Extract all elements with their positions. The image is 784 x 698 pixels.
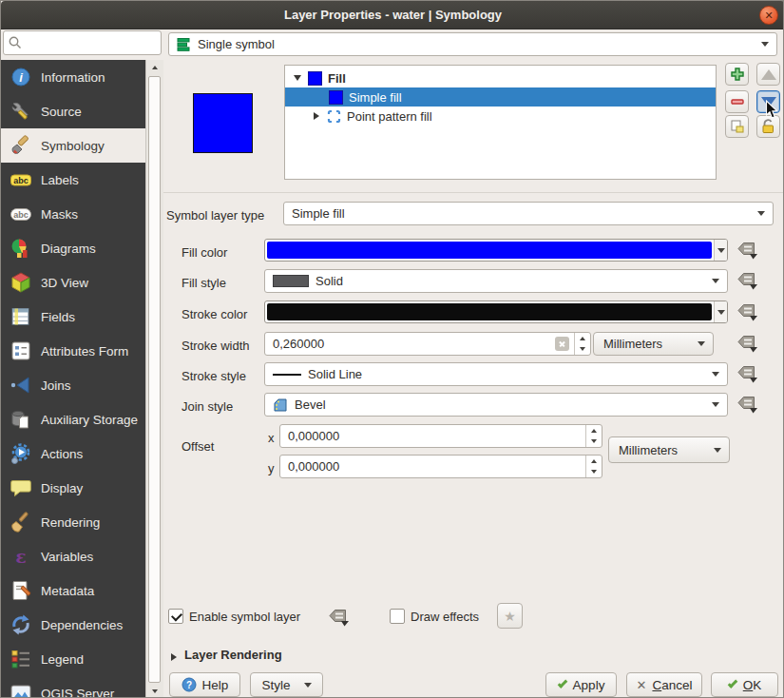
clear-value-icon[interactable] bbox=[555, 337, 569, 351]
scroll-down-button[interactable] bbox=[146, 684, 163, 698]
bevel-join-icon bbox=[273, 397, 288, 413]
paintbrush-icon bbox=[10, 134, 32, 157]
sidebar-item-diagrams[interactable]: Diagrams bbox=[1, 231, 145, 265]
offset-y-input[interactable]: 0,000000 bbox=[279, 455, 602, 478]
help-button[interactable]: ? Help bbox=[169, 672, 240, 697]
search-icon bbox=[8, 35, 23, 50]
apply-button[interactable]: Apply bbox=[545, 672, 617, 697]
symbol-preview bbox=[193, 93, 253, 153]
draw-effects-label: Draw effects bbox=[411, 610, 479, 624]
offset-y-label: y bbox=[268, 461, 275, 475]
fill-color-button[interactable] bbox=[264, 239, 728, 262]
stroke-width-input[interactable]: 0,260000 bbox=[264, 332, 591, 356]
stroke-width-unit-combo[interactable]: Millimeters bbox=[593, 332, 714, 356]
sidebar-item-actions[interactable]: Actions bbox=[1, 436, 145, 471]
layer-rendering-header[interactable]: Layer Rendering bbox=[184, 648, 282, 662]
tree-item-simple-fill[interactable]: Simple fill bbox=[285, 87, 716, 107]
mouse-cursor bbox=[765, 100, 778, 120]
style-button[interactable]: Style bbox=[250, 672, 323, 697]
remove-symbol-layer-button[interactable] bbox=[725, 90, 749, 113]
sidebar-item-labels[interactable]: abc Labels bbox=[1, 163, 145, 197]
chevron-down-icon bbox=[757, 211, 765, 216]
stroke-style-override-button[interactable] bbox=[736, 364, 758, 383]
symbol-layer-type-combo[interactable]: Simple fill bbox=[283, 202, 774, 225]
legend-list-icon bbox=[10, 648, 32, 670]
sidebar-item-variables[interactable]: ε Variables bbox=[1, 539, 145, 573]
move-up-button bbox=[756, 63, 780, 86]
sidebar-item-display[interactable]: Display bbox=[1, 471, 145, 505]
expand-caret-icon[interactable] bbox=[293, 75, 302, 81]
offset-x-input[interactable]: 0,000000 bbox=[279, 424, 602, 448]
form-icon bbox=[10, 339, 32, 362]
enable-layer-override-button[interactable] bbox=[327, 608, 350, 627]
add-symbol-layer-button[interactable] bbox=[725, 63, 749, 86]
stroke-color-label: Stroke color bbox=[182, 307, 247, 321]
stroke-color-override-button[interactable] bbox=[736, 302, 758, 321]
sidebar-item-joins[interactable]: Joins bbox=[1, 368, 145, 402]
solid-line-swatch bbox=[273, 374, 301, 376]
sidebar-item-metadata[interactable]: Metadata bbox=[1, 573, 145, 608]
stroke-width-override-button[interactable] bbox=[736, 334, 758, 353]
fill-color-dropdown[interactable] bbox=[714, 240, 727, 261]
duplicate-icon bbox=[730, 119, 745, 134]
symbology-panel: Fill Simple fill Point pattern fill bbox=[163, 60, 784, 698]
sidebar-item-rendering[interactable]: Rendering bbox=[1, 505, 145, 539]
star-icon: ★ bbox=[504, 609, 516, 624]
scrollbar-thumb[interactable] bbox=[148, 76, 161, 683]
chevron-down-icon bbox=[712, 402, 719, 407]
layer-rendering-caret-icon[interactable] bbox=[171, 653, 177, 661]
fill-color-override-button[interactable] bbox=[736, 241, 758, 260]
sidebar-item-legend[interactable]: Legend bbox=[1, 642, 145, 676]
wrench-icon bbox=[10, 100, 32, 123]
sidebar-item-masks[interactable]: abc Masks bbox=[1, 197, 145, 231]
sidebar-scrollbar[interactable] bbox=[145, 60, 163, 698]
sidebar-item-symbology[interactable]: Symbology bbox=[1, 128, 145, 163]
sidebar-item-information[interactable]: i Information bbox=[1, 60, 145, 94]
search-input[interactable] bbox=[23, 36, 157, 50]
check-icon bbox=[727, 678, 737, 688]
join-style-override-button[interactable] bbox=[736, 395, 758, 414]
duplicate-symbol-layer-button[interactable] bbox=[725, 115, 749, 138]
simple-fill-icon bbox=[329, 90, 343, 105]
collapse-caret-icon[interactable] bbox=[312, 112, 321, 120]
offset-unit-combo[interactable]: Millimeters bbox=[608, 436, 730, 463]
data-defined-override-icon bbox=[736, 272, 758, 290]
tree-item-point-pattern-fill[interactable]: Point pattern fill bbox=[285, 107, 716, 126]
enable-symbol-layer-checkbox[interactable] bbox=[168, 609, 183, 624]
data-defined-override-icon bbox=[736, 365, 758, 383]
offset-x-spinner[interactable] bbox=[585, 425, 602, 447]
data-defined-override-icon bbox=[736, 242, 758, 260]
layer-properties-dialog: Layer Properties - water | Symbology ✕ S… bbox=[0, 0, 784, 698]
sidebar-item-dependencies[interactable]: Dependencies bbox=[1, 608, 145, 642]
titlebar[interactable]: Layer Properties - water | Symbology ✕ bbox=[1, 1, 784, 29]
svg-text:ε: ε bbox=[15, 546, 27, 567]
stroke-style-combo[interactable]: Solid Line bbox=[264, 362, 728, 386]
sidebar-item-fields[interactable]: Fields bbox=[1, 300, 145, 334]
offset-x-label: x bbox=[268, 431, 275, 445]
sidebar-item-3d-view[interactable]: 3D View bbox=[1, 265, 145, 300]
stroke-width-spinner[interactable] bbox=[574, 333, 590, 355]
stroke-style-label: Stroke style bbox=[182, 369, 246, 383]
scroll-up-button[interactable] bbox=[146, 60, 163, 75]
fill-style-override-button[interactable] bbox=[736, 271, 758, 290]
draw-effects-checkbox[interactable] bbox=[390, 609, 405, 624]
epsilon-icon: ε bbox=[10, 545, 32, 568]
ok-button[interactable]: OK bbox=[711, 672, 778, 697]
stroke-color-swatch bbox=[267, 303, 712, 320]
sidebar-item-auxiliary-storage[interactable]: Auxiliary Storage bbox=[1, 402, 145, 436]
sidebar-item-attributes-form[interactable]: Attributes Form bbox=[1, 334, 145, 368]
renderer-combo[interactable]: Single symbol bbox=[168, 32, 777, 56]
chevron-down-icon bbox=[712, 279, 719, 283]
sidebar-item-source[interactable]: Source bbox=[1, 94, 145, 128]
x-icon: ✕ bbox=[637, 678, 647, 692]
join-style-label: Join style bbox=[182, 399, 233, 414]
cancel-button[interactable]: ✕ Cancel bbox=[626, 672, 702, 697]
close-icon[interactable]: ✕ bbox=[759, 6, 778, 25]
offset-y-spinner[interactable] bbox=[585, 456, 602, 477]
fill-style-combo[interactable]: Solid bbox=[264, 269, 728, 293]
sidebar-item-qgis-server[interactable]: QGIS Server bbox=[1, 676, 145, 698]
tree-item-fill[interactable]: Fill bbox=[285, 68, 716, 87]
stroke-color-button[interactable] bbox=[264, 301, 728, 323]
stroke-color-dropdown[interactable] bbox=[714, 301, 727, 322]
join-style-combo[interactable]: Bevel bbox=[264, 393, 728, 417]
